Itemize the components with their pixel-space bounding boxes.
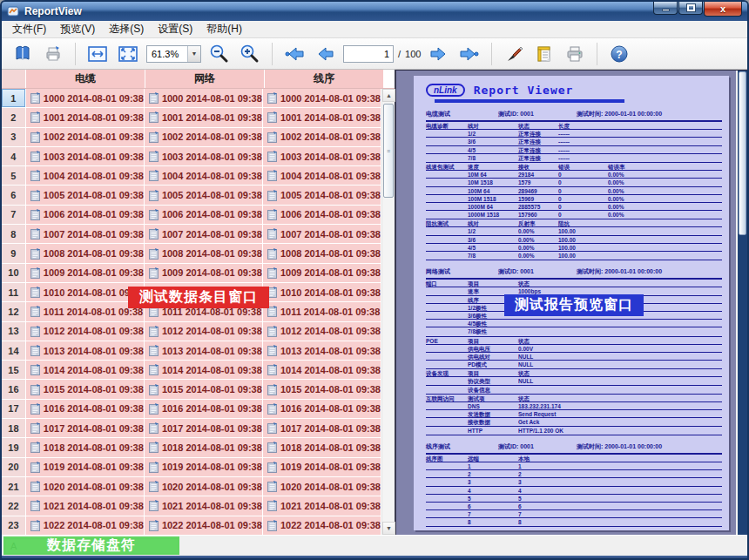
row-number[interactable]: 17 [2,400,26,419]
first-page-button[interactable] [282,42,307,66]
cell-cable[interactable]: 1021 2014-08-01 09:38:26 [26,496,145,516]
minimize-button[interactable] [653,2,678,15]
table-row[interactable]: 8 1007 2014-08-01 09:38:26 1007 2014-08-… [2,225,381,244]
table-row[interactable]: 7 1006 2014-08-01 09:38:26 1006 2014-08-… [2,206,381,225]
scroll-down-icon[interactable]: ▼ [382,522,395,535]
cell-wiremap[interactable]: 1021 2014-08-01 09:38:35 [263,496,381,516]
table-row[interactable]: 14 1013 2014-08-01 09:38:26 1013 2014-08… [2,341,381,361]
cell-cable[interactable]: 1005 2014-08-01 09:38:26 [26,186,145,205]
prev-page-button[interactable] [313,42,337,66]
cell-cable[interactable]: 1002 2014-08-01 09:38:26 [26,128,145,147]
scroll-up-icon[interactable]: ▲ [382,89,395,102]
cell-wiremap[interactable]: 1003 2014-08-01 09:38:34 [263,147,381,166]
zoom-in-button[interactable] [238,42,262,66]
row-number[interactable]: 20 [2,458,26,477]
table-row[interactable]: 13 1012 2014-08-01 09:38:26 1012 2014-08… [2,322,381,341]
cell-network[interactable]: 1007 2014-08-01 09:38:30 [145,225,263,244]
table-row[interactable]: 18 1017 2014-08-01 09:38:26 1017 2014-08… [2,419,381,438]
cell-network[interactable]: 1012 2014-08-01 09:38:30 [145,322,263,341]
cell-cable[interactable]: 1011 2014-08-01 09:38:26 [26,302,145,321]
cell-wiremap[interactable]: 1018 2014-08-01 09:38:35 [263,438,381,457]
cell-network[interactable]: 1019 2014-08-01 09:38:31 [145,458,263,477]
row-number[interactable]: 5 [2,166,26,186]
cell-wiremap[interactable]: 1010 2014-08-01 09:38:34 [263,283,381,302]
cell-network[interactable]: 1022 2014-08-01 09:38:31 [145,516,263,535]
cell-wiremap[interactable]: 1004 2014-08-01 09:38:34 [263,166,381,186]
cell-network[interactable]: 1002 2014-08-01 09:38:30 [145,128,263,147]
next-page-button[interactable] [427,42,451,66]
cell-wiremap[interactable]: 1012 2014-08-01 09:38:34 [263,322,381,341]
row-number[interactable]: 6 [2,186,26,205]
cell-cable[interactable]: 1004 2014-08-01 09:38:26 [26,166,145,186]
zoom-level-select[interactable]: 61.3% ▼ [146,45,201,63]
row-number[interactable]: 2 [2,108,26,127]
brush-button[interactable] [502,42,526,66]
help-button[interactable]: ? [607,42,631,66]
chevron-down-icon[interactable]: ▼ [187,46,200,62]
row-number[interactable]: 8 [2,225,26,244]
cell-network[interactable]: 1014 2014-08-01 09:38:30 [145,361,263,380]
cell-network[interactable]: 1009 2014-08-01 09:38:30 [145,264,263,283]
table-row[interactable]: 4 1003 2014-08-01 09:38:26 1003 2014-08-… [2,147,381,166]
cell-wiremap[interactable]: 1008 2014-08-01 09:38:34 [263,244,381,263]
table-row[interactable]: 6 1005 2014-08-01 09:38:26 1005 2014-08-… [2,186,381,205]
cell-cable[interactable]: 1009 2014-08-01 09:38:26 [26,264,145,283]
cell-cable[interactable]: 1012 2014-08-01 09:38:26 [26,322,145,341]
table-row[interactable]: 2 1001 2014-08-01 09:38:26 1001 2014-08-… [2,108,381,127]
print-preview-button[interactable] [41,42,65,66]
table-row[interactable]: 5 1004 2014-08-01 09:38:26 1004 2014-08-… [2,166,381,186]
cell-network[interactable]: 1013 2014-08-01 09:38:30 [145,341,263,361]
cell-wiremap[interactable]: 1016 2014-08-01 09:38:35 [263,400,381,419]
page-number-input[interactable] [343,45,394,63]
row-number[interactable]: 9 [2,244,26,263]
scrollbar-thumb[interactable]: ≡ [383,104,394,198]
cell-network[interactable]: 1021 2014-08-01 09:38:31 [145,496,263,516]
cell-wiremap[interactable]: 1000 2014-08-01 09:38:34 [263,89,381,108]
close-button[interactable]: x [704,2,742,17]
cell-cable[interactable]: 1001 2014-08-01 09:38:26 [26,108,145,127]
cell-wiremap[interactable]: 1011 2014-08-01 09:38:34 [263,302,381,321]
cell-wiremap[interactable]: 1005 2014-08-01 09:38:34 [263,186,381,205]
cell-wiremap[interactable]: 1014 2014-08-01 09:38:34 [263,361,381,380]
fit-width-button[interactable] [85,42,110,66]
row-number[interactable]: 16 [2,380,26,399]
cell-cable[interactable]: 1006 2014-08-01 09:38:26 [26,206,145,225]
table-row[interactable]: 19 1018 2014-08-01 09:38:26 1018 2014-08… [2,438,381,457]
title-bar[interactable]: ReportView x [2,2,747,21]
cell-network[interactable]: 1005 2014-08-01 09:38:30 [145,186,263,205]
preview-scrollbar[interactable] [736,71,747,535]
table-row[interactable]: 9 1008 2014-08-01 09:38:26 1008 2014-08-… [2,244,381,263]
row-number[interactable]: 18 [2,419,26,438]
cell-wiremap[interactable]: 1022 2014-08-01 09:38:35 [263,516,381,535]
cell-wiremap[interactable]: 1013 2014-08-01 09:38:34 [263,341,381,361]
cell-cable[interactable]: 1014 2014-08-01 09:38:26 [26,361,145,380]
notebook-button[interactable] [10,42,35,66]
table-row[interactable]: 20 1019 2014-08-01 09:38:26 1019 2014-08… [2,458,381,477]
row-number[interactable]: 14 [2,341,26,361]
cell-network[interactable]: 1015 2014-08-01 09:38:30 [145,380,263,399]
cell-network[interactable]: 1000 2014-08-01 09:38:30 [145,89,263,108]
table-row[interactable]: 23 1022 2014-08-01 09:38:26 1022 2014-08… [2,516,381,535]
table-row[interactable]: 17 1016 2014-08-01 09:38:26 1016 2014-08… [2,400,381,419]
cell-network[interactable]: 1003 2014-08-01 09:38:30 [145,147,263,166]
menu-item-settings[interactable]: 设置(S) [151,20,199,38]
cell-wiremap[interactable]: 1002 2014-08-01 09:38:34 [263,128,381,147]
table-row[interactable]: 21 1020 2014-08-01 09:38:26 1020 2014-08… [2,477,381,496]
cell-wiremap[interactable]: 1006 2014-08-01 09:38:34 [263,206,381,225]
cell-cable[interactable]: 1022 2014-08-01 09:38:26 [26,516,145,535]
cell-cable[interactable]: 1000 2014-08-01 09:38:25 [26,89,145,108]
cell-wiremap[interactable]: 1007 2014-08-01 09:38:34 [263,225,381,244]
cell-network[interactable]: 1018 2014-08-01 09:38:31 [145,438,263,457]
row-number[interactable]: 13 [2,322,26,341]
cell-cable[interactable]: 1007 2014-08-01 09:38:26 [26,225,145,244]
row-number[interactable]: 23 [2,516,26,535]
cell-cable[interactable]: 1010 2014-08-01 09:38:26 [26,283,145,302]
row-number[interactable]: 11 [2,283,26,302]
cell-network[interactable]: 1008 2014-08-01 09:38:30 [145,244,263,263]
report-button[interactable] [532,42,557,66]
cell-cable[interactable]: 1020 2014-08-01 09:38:26 [26,477,145,496]
column-header[interactable]: 网络 [145,70,265,88]
fit-page-button[interactable] [116,42,140,66]
cell-wiremap[interactable]: 1015 2014-08-01 09:38:34 [263,380,381,399]
table-row[interactable]: 10 1009 2014-08-01 09:38:26 1009 2014-08… [2,264,381,283]
